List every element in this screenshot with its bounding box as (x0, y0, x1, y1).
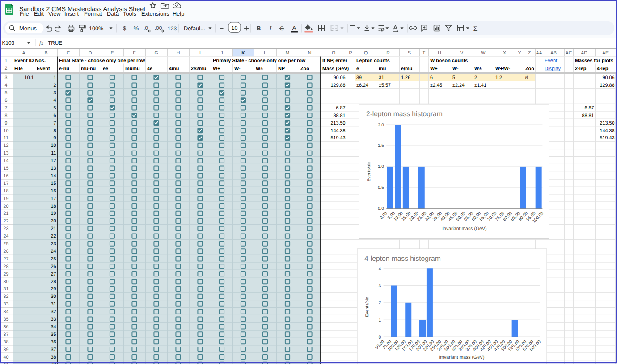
svg-text:±5.57: ±5.57 (379, 83, 391, 88)
svg-text:22: 22 (51, 234, 56, 239)
svg-text:V: V (460, 50, 464, 56)
svg-text:W+: W+ (430, 66, 438, 71)
svg-text:B: B (44, 50, 47, 56)
svg-text:G: G (154, 50, 158, 56)
svg-text:13: 13 (51, 166, 56, 171)
svg-text:32: 32 (51, 309, 56, 314)
svg-text:519.43: 519.43 (600, 135, 614, 141)
svg-text:$: $ (123, 25, 127, 32)
svg-text:W+/W-: W+/W- (495, 66, 511, 71)
svg-text:mumu: mumu (125, 66, 140, 71)
svg-text:213.50: 213.50 (600, 121, 614, 126)
svg-text:5: 5 (5, 90, 8, 96)
svg-text:2-lep: 2-lep (575, 66, 587, 71)
svg-text:17: 17 (4, 181, 9, 186)
svg-text:mu: mu (379, 66, 386, 71)
svg-text:1: 1 (5, 58, 8, 63)
svg-text:P: P (349, 50, 352, 56)
svg-text:fx: fx (39, 40, 43, 46)
svg-text:Final State - choose only one: Final State - choose only one per row (59, 58, 145, 63)
svg-text:19: 19 (4, 196, 9, 201)
svg-text:6: 6 (5, 98, 8, 103)
svg-text:13: 13 (4, 151, 9, 156)
svg-text:32: 32 (4, 294, 9, 299)
svg-text:6: 6 (53, 113, 56, 118)
svg-text:e/mu: e/mu (401, 66, 412, 71)
svg-text:e: e (356, 66, 359, 71)
svg-text:30: 30 (4, 279, 9, 285)
svg-text:100%: 100% (89, 25, 103, 32)
svg-text:4: 4 (5, 83, 8, 88)
svg-text:33: 33 (51, 317, 56, 322)
svg-text:4: 4 (53, 98, 56, 103)
svg-text:39: 39 (4, 347, 9, 352)
svg-text:S: S (280, 25, 283, 32)
svg-text:1: 1 (53, 75, 56, 80)
svg-text:15: 15 (51, 181, 56, 186)
svg-text:.0: .0 (144, 25, 148, 31)
svg-text:Masses for plots: Masses for plots (575, 58, 613, 63)
svg-text:31: 31 (51, 301, 56, 307)
svg-text:5: 5 (452, 75, 455, 80)
svg-text:H: H (177, 50, 180, 56)
svg-text:O: O (332, 50, 335, 56)
svg-text:Help: Help (173, 10, 184, 17)
svg-text:6.87: 6.87 (584, 105, 594, 111)
svg-text:T: T (423, 50, 426, 56)
svg-text:10.1: 10.1 (24, 75, 34, 80)
svg-text:6.87: 6.87 (336, 105, 345, 111)
svg-text:File: File (20, 10, 29, 17)
svg-text:AC: AC (566, 50, 572, 56)
svg-text:Y: Y (518, 50, 521, 56)
svg-text:1.26: 1.26 (401, 75, 410, 80)
svg-text:28: 28 (4, 264, 9, 269)
svg-text:3: 3 (53, 90, 56, 96)
svg-text:3: 3 (5, 75, 8, 80)
svg-text:Events/bin: Events/bin (365, 297, 370, 317)
svg-text:28: 28 (51, 279, 56, 285)
svg-text:90.06: 90.06 (602, 75, 614, 80)
svg-text:.00: .00 (155, 25, 162, 31)
svg-text:4mu: 4mu (169, 66, 179, 71)
svg-text:15: 15 (4, 166, 9, 171)
svg-text:A: A (22, 50, 25, 56)
svg-text:10: 10 (4, 128, 9, 134)
svg-text:2: 2 (5, 66, 8, 71)
svg-text:0: 0 (525, 75, 528, 80)
svg-text:TRUE: TRUE (48, 40, 62, 46)
svg-text:18: 18 (4, 188, 9, 194)
svg-text:88.81: 88.81 (333, 113, 345, 118)
svg-text:24: 24 (4, 234, 9, 239)
svg-text:144.38: 144.38 (600, 128, 614, 134)
svg-text:Event: Event (37, 66, 50, 71)
svg-text:E: E (110, 50, 114, 56)
svg-text:K: K (241, 50, 245, 56)
svg-text:29: 29 (51, 286, 56, 292)
svg-text:26: 26 (51, 264, 56, 269)
svg-text:W-: W- (452, 66, 459, 71)
svg-text:30: 30 (51, 294, 56, 299)
svg-text:Mass (GeV): Mass (GeV) (322, 66, 349, 71)
svg-text:mu-nu: mu-nu (81, 66, 96, 71)
svg-text:33: 33 (4, 301, 9, 307)
svg-text:L: L (264, 50, 266, 56)
svg-text:38: 38 (4, 339, 9, 345)
svg-text:Defaul...: Defaul... (184, 25, 205, 32)
svg-text:14: 14 (51, 173, 56, 179)
svg-text:3: 3 (379, 284, 381, 289)
svg-text:AB: AB (550, 50, 557, 56)
svg-text:25: 25 (51, 256, 56, 262)
svg-text:Z: Z (528, 50, 531, 56)
svg-text:Event: Event (545, 58, 557, 63)
svg-text:20: 20 (51, 218, 56, 224)
svg-text:31: 31 (4, 286, 9, 292)
svg-text:9: 9 (53, 135, 56, 141)
svg-text:2: 2 (53, 83, 56, 88)
svg-text:1.5: 1.5 (378, 143, 384, 148)
svg-text:File: File (14, 66, 23, 71)
svg-text:17: 17 (51, 196, 56, 201)
svg-text:4-lepton mass histogram: 4-lepton mass histogram (364, 255, 441, 263)
svg-text:Data: Data (107, 10, 119, 17)
svg-text:31: 31 (379, 75, 384, 80)
svg-text:7: 7 (53, 121, 56, 126)
